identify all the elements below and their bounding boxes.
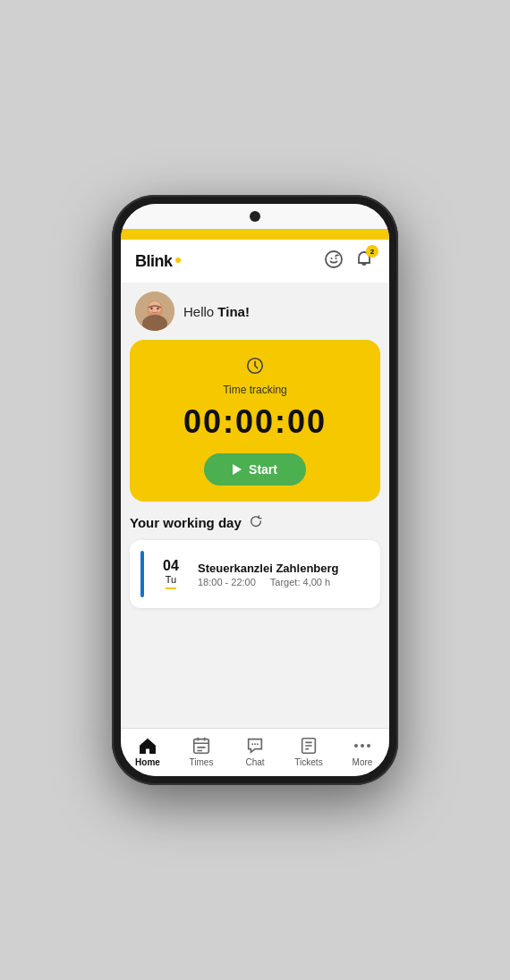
more-dot-2 xyxy=(361,744,364,748)
main-content: Time tracking 00:00:00 Start Your workin… xyxy=(121,340,389,728)
nav-item-chat[interactable]: Chat xyxy=(234,736,276,767)
emoji-icon-button[interactable] xyxy=(323,249,344,274)
svg-point-16 xyxy=(251,743,253,745)
svg-point-17 xyxy=(254,743,256,745)
emoji-icon xyxy=(323,249,344,270)
greeting-text: Hello Tina! xyxy=(183,304,250,319)
greeting-section: Hello Tina! xyxy=(121,283,389,340)
notification-badge: 2 xyxy=(366,245,378,258)
more-dot-3 xyxy=(367,744,370,748)
play-icon xyxy=(233,464,242,475)
start-label: Start xyxy=(249,462,277,477)
date-number: 04 xyxy=(163,559,179,573)
nav-item-more[interactable]: More xyxy=(341,736,384,767)
schedule-card: 04 Tu Steuerkanzlei Zahlenberg 18:00 - 2… xyxy=(130,540,380,608)
avatar xyxy=(135,291,174,331)
refresh-icon[interactable] xyxy=(249,514,263,531)
avatar-image xyxy=(135,291,174,331)
time-range: 18:00 - 22:00 xyxy=(198,577,256,587)
date-block: 04 Tu xyxy=(155,559,187,588)
nav-item-tickets[interactable]: Tickets xyxy=(287,736,330,767)
svg-point-0 xyxy=(326,251,342,267)
target-hours: Target: 4,00 h xyxy=(270,577,330,587)
schedule-time: 18:00 - 22:00 Target: 4,00 h xyxy=(198,577,370,587)
home-icon xyxy=(138,736,157,756)
svg-point-2 xyxy=(336,258,337,259)
working-day-title: Your working day xyxy=(130,515,242,530)
camera-notch xyxy=(250,211,260,222)
tickets-icon xyxy=(299,736,319,756)
phone-frame: Blink xyxy=(112,195,398,785)
time-tracking-label: Time tracking xyxy=(223,384,287,396)
time-tracking-card: Time tracking 00:00:00 Start xyxy=(130,340,380,502)
nav-label-chat: Chat xyxy=(245,757,264,767)
greeting-name: Tina! xyxy=(217,304,250,319)
bottom-nav: Home Times xyxy=(121,728,389,776)
header-icons: 2 xyxy=(323,249,375,274)
nav-item-home[interactable]: Home xyxy=(126,736,169,767)
nav-label-times: Times xyxy=(190,757,214,767)
brand-name: Blink xyxy=(135,252,173,271)
phone-screen: Blink xyxy=(121,204,389,776)
brand-dot xyxy=(175,258,181,263)
date-day: Tu xyxy=(166,573,176,588)
schedule-company: Steuerkanzlei Zahlenberg xyxy=(198,562,370,575)
status-bar xyxy=(121,204,389,229)
chat-icon xyxy=(245,736,265,756)
clock-icon xyxy=(245,356,265,380)
svg-point-18 xyxy=(257,743,259,745)
nav-item-times[interactable]: Times xyxy=(180,736,223,767)
brand-logo: Blink xyxy=(135,252,181,271)
app-header: Blink xyxy=(121,240,389,283)
schedule-info: Steuerkanzlei Zahlenberg 18:00 - 22:00 T… xyxy=(198,562,370,587)
svg-point-7 xyxy=(150,308,152,309)
more-icon xyxy=(354,736,370,756)
start-button[interactable]: Start xyxy=(204,453,306,486)
nav-label-home: Home xyxy=(135,757,160,767)
svg-point-1 xyxy=(331,258,333,259)
working-day-header: Your working day xyxy=(130,514,380,531)
nav-label-tickets: Tickets xyxy=(294,757,322,767)
nav-label-more: More xyxy=(353,757,373,767)
svg-point-5 xyxy=(149,301,161,314)
times-icon xyxy=(191,736,211,756)
svg-point-8 xyxy=(157,308,158,309)
schedule-accent xyxy=(140,551,144,597)
bell-icon-button[interactable]: 2 xyxy=(353,249,375,274)
timer-display: 00:00:00 xyxy=(183,403,327,441)
top-yellow-bar xyxy=(121,229,389,240)
more-dot-1 xyxy=(354,744,358,748)
